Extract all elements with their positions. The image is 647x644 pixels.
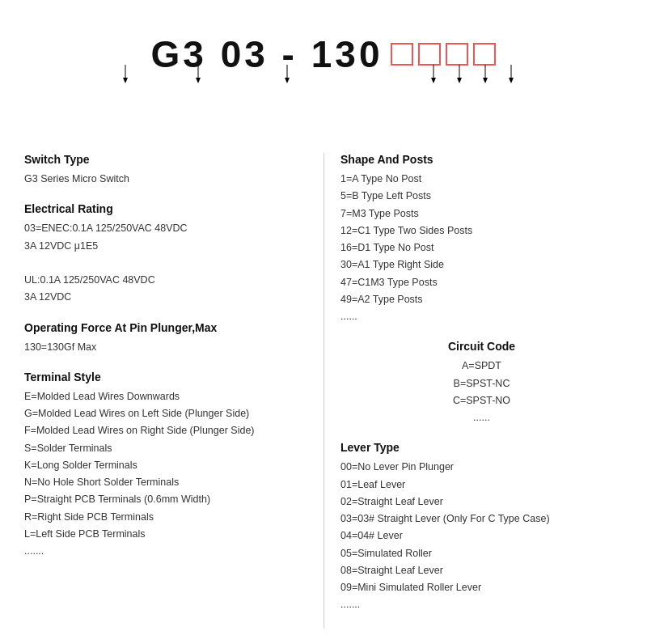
circuit-line-0: A=SPDT	[340, 358, 623, 375]
lever-ellipsis: .......	[340, 596, 623, 613]
shape-line-1: 5=B Type Left Posts	[340, 188, 623, 205]
svg-marker-13	[509, 78, 514, 83]
operating-force-content: 130=130Gf Max	[24, 339, 307, 356]
lever-line-2: 02=Straight Leaf Lever	[340, 494, 623, 511]
terminal-ellipsis: .......	[24, 543, 307, 560]
circuit-line-1: B=SPST-NC	[340, 375, 623, 392]
circuit-code-title: Circuit Code	[340, 340, 623, 353]
section-switch-type: Switch Type G3 Series Micro Switch	[24, 153, 307, 188]
svg-marker-7	[431, 78, 436, 83]
terminal-style-title: Terminal Style	[24, 371, 307, 383]
electrical-line-4: UL:0.1A 125/250VAC 48VDC	[24, 272, 307, 289]
section-shape-posts: Shape And Posts 1=A Type No Post 5=B Typ…	[340, 153, 623, 325]
terminal-line-5: N=No Hole Short Solder Terminals	[24, 474, 307, 491]
operating-line-1: 130=130Gf Max	[24, 339, 307, 356]
left-column: Switch Type G3 Series Micro Switch Elect…	[24, 153, 324, 629]
section-electrical-rating: Electrical Rating 03=ENEC:0.1A 125/250VA…	[24, 202, 307, 306]
lever-line-0: 00=No Lever Pin Plunger	[340, 459, 623, 476]
terminal-line-4: K=Long Solder Terminals	[24, 457, 307, 474]
operating-force-title: Operating Force At Pin Plunger,Max	[24, 321, 307, 334]
lever-line-1: 01=Leaf Lever	[340, 477, 623, 494]
shape-line-6: 47=C1M3 Type Posts	[340, 274, 623, 291]
lever-line-7: 09=Mini Simulated Roller Lever	[340, 579, 623, 596]
switch-type-title: Switch Type	[24, 153, 307, 166]
terminal-style-content: E=Molded Lead Wires Downwards G=Molded L…	[24, 388, 307, 561]
shape-ellipsis: ......	[340, 308, 623, 325]
shape-posts-content: 1=A Type No Post 5=B Type Left Posts 7=M…	[340, 171, 623, 325]
shape-line-3: 12=C1 Type Two Sides Posts	[340, 222, 623, 239]
shape-line-2: 7=M3 Type Posts	[340, 205, 623, 222]
terminal-line-0: E=Molded Lead Wires Downwards	[24, 388, 307, 405]
svg-marker-3	[196, 78, 201, 83]
lever-line-4: 04=04# Lever	[340, 527, 623, 544]
lever-type-content: 00=No Lever Pin Plunger 01=Leaf Lever 02…	[340, 459, 623, 613]
electrical-line-1: 03=ENEC:0.1A 125/250VAC 48VDC	[24, 220, 307, 237]
circuit-code-content: A=SPDT B=SPST-NC C=SPST-NO ......	[340, 358, 623, 426]
circuit-ellipsis: ......	[340, 409, 623, 426]
lever-line-3: 03=03# Straight Lever (Only For C Type C…	[340, 511, 623, 527]
box-3	[446, 43, 468, 66]
page: G3 03 - 130	[0, 0, 647, 644]
section-operating-force: Operating Force At Pin Plunger,Max 130=1…	[24, 321, 307, 356]
box-2	[418, 43, 441, 66]
svg-marker-5	[285, 78, 290, 83]
terminal-line-2: F=Molded Lead Wires on Right Side (Plung…	[24, 422, 307, 439]
circuit-line-2: C=SPST-NO	[340, 392, 623, 409]
svg-marker-11	[483, 78, 488, 83]
lever-line-5: 05=Simulated Roller	[340, 545, 623, 562]
model-number: G3 03 - 130	[151, 32, 383, 76]
section-terminal-style: Terminal Style E=Molded Lead Wires Downw…	[24, 371, 307, 561]
box-4	[473, 43, 496, 66]
shape-line-4: 16=D1 Type No Post	[340, 239, 623, 256]
electrical-line-5: 3A 12VDC	[24, 289, 307, 306]
svg-marker-1	[123, 78, 128, 83]
shape-line-7: 49=A2 Type Posts	[340, 291, 623, 308]
electrical-line-3	[24, 255, 307, 272]
terminal-line-6: P=Straight PCB Terminals (0.6mm Width)	[24, 491, 307, 508]
box-1	[391, 43, 413, 66]
shape-line-5: 30=A1 Type Right Side	[340, 256, 623, 273]
main-content: Switch Type G3 Series Micro Switch Elect…	[24, 153, 623, 629]
terminal-line-7: R=Right Side PCB Terminals	[24, 509, 307, 526]
shape-line-0: 1=A Type No Post	[340, 171, 623, 188]
switch-type-line-1: G3 Series Micro Switch	[24, 171, 307, 188]
svg-marker-9	[457, 78, 462, 83]
section-lever-type: Lever Type 00=No Lever Pin Plunger 01=Le…	[340, 441, 623, 613]
lever-type-title: Lever Type	[340, 441, 623, 454]
option-boxes	[391, 43, 496, 66]
terminal-line-1: G=Molded Lead Wires on Left Side (Plunge…	[24, 405, 307, 422]
electrical-rating-title: Electrical Rating	[24, 202, 307, 215]
right-column: Shape And Posts 1=A Type No Post 5=B Typ…	[324, 153, 623, 629]
shape-posts-title: Shape And Posts	[340, 153, 623, 166]
terminal-line-8: L=Left Side PCB Terminals	[24, 526, 307, 543]
model-header: G3 03 - 130	[151, 32, 497, 76]
lever-line-6: 08=Straight Leaf Lever	[340, 562, 623, 579]
electrical-rating-content: 03=ENEC:0.1A 125/250VAC 48VDC 3A 12VDC μ…	[24, 220, 307, 306]
section-circuit-code: Circuit Code A=SPDT B=SPST-NC C=SPST-NO …	[340, 340, 623, 426]
switch-type-content: G3 Series Micro Switch	[24, 171, 307, 188]
terminal-line-3: S=Solder Terminals	[24, 440, 307, 457]
electrical-line-2: 3A 12VDC μ1E5	[24, 238, 307, 255]
